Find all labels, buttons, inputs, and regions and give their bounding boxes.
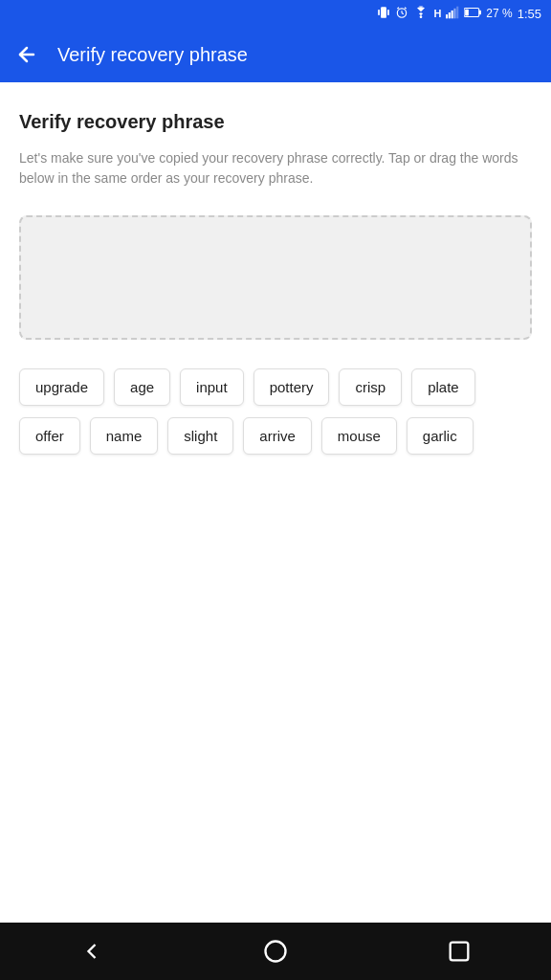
word-chip[interactable]: name	[90, 417, 159, 455]
word-chip[interactable]: garlic	[407, 417, 474, 455]
recents-nav-button[interactable]	[446, 938, 473, 965]
bottom-navigation	[0, 923, 551, 980]
word-chip[interactable]: pottery	[253, 368, 330, 406]
svg-line-7	[405, 7, 407, 8]
wifi-icon	[413, 6, 429, 22]
clock: 1:55	[518, 7, 541, 21]
svg-rect-12	[454, 8, 456, 17]
battery-percent: 27 %	[486, 7, 512, 20]
back-nav-button[interactable]	[78, 938, 105, 965]
word-chip[interactable]: arrive	[243, 417, 312, 455]
svg-rect-11	[452, 10, 453, 17]
phrase-drop-zone[interactable]	[19, 215, 532, 340]
svg-line-6	[398, 7, 400, 8]
svg-rect-10	[449, 12, 451, 18]
svg-rect-19	[451, 943, 469, 961]
battery-icon	[464, 7, 481, 21]
app-bar-title: Verify recovery phrase	[57, 44, 248, 66]
page-description: Let's make sure you've copied your recov…	[19, 148, 532, 189]
word-chip[interactable]: plate	[411, 368, 475, 406]
home-nav-button[interactable]	[262, 938, 289, 965]
svg-rect-13	[457, 6, 459, 18]
status-bar: H 27 % 1:55	[0, 0, 551, 27]
svg-point-18	[266, 942, 286, 962]
svg-rect-2	[387, 10, 389, 15]
page-title: Verify recovery phrase	[19, 111, 532, 133]
svg-line-5	[402, 12, 404, 13]
svg-rect-9	[446, 14, 448, 18]
vibrate-icon	[377, 6, 390, 22]
word-chip[interactable]: offer	[19, 417, 80, 455]
word-chip[interactable]: crisp	[339, 368, 402, 406]
status-icons: H 27 % 1:55	[377, 6, 541, 22]
svg-rect-0	[381, 7, 386, 18]
word-chip[interactable]: age	[114, 368, 170, 406]
main-content: Verify recovery phrase Let's make sure y…	[0, 82, 551, 923]
app-bar: Verify recovery phrase	[0, 27, 551, 82]
signal-icon	[446, 6, 459, 22]
network-h-icon: H	[433, 8, 441, 19]
word-chip[interactable]: upgrade	[19, 368, 104, 406]
word-chip[interactable]: mouse	[321, 417, 397, 455]
svg-rect-16	[465, 9, 469, 15]
svg-point-8	[420, 15, 423, 18]
svg-rect-15	[479, 10, 481, 14]
back-button[interactable]	[15, 43, 38, 66]
alarm-icon	[395, 6, 408, 22]
words-row-1: upgradeageinputpotterycrispplate	[19, 368, 532, 406]
word-chip[interactable]: input	[180, 368, 244, 406]
words-row-2: offernameslightarrivemousegarlic	[19, 417, 532, 455]
svg-rect-1	[379, 10, 381, 15]
words-container: upgradeageinputpotterycrispplate offerna…	[19, 368, 532, 455]
word-chip[interactable]: slight	[167, 417, 233, 455]
